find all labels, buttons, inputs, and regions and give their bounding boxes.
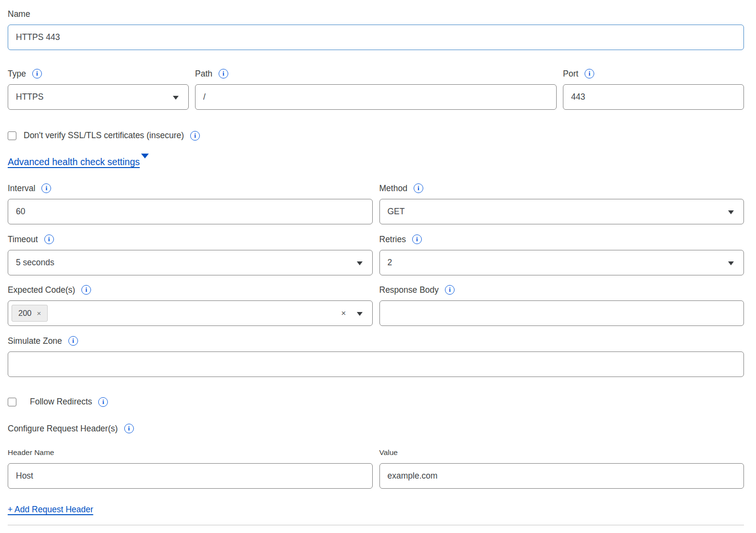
code-tag-value: 200 <box>18 309 32 318</box>
response-body-label: Response Body <box>379 284 439 296</box>
expected-codes-field: Expected Code(s) 200 × × <box>8 284 373 326</box>
ssl-verify-label: Don't verify SSL/TLS certificates (insec… <box>24 130 184 141</box>
header-name-field: Header Name <box>8 447 373 489</box>
response-body-field: Response Body <box>379 284 744 326</box>
name-input[interactable] <box>8 25 744 50</box>
interval-field: Interval <box>8 182 373 224</box>
code-tag: 200 × <box>12 305 48 322</box>
add-request-header-label: + Add Request Header <box>8 505 93 515</box>
method-select[interactable]: GET <box>379 199 744 224</box>
path-field: Path <box>195 68 557 110</box>
path-label: Path <box>195 68 212 79</box>
info-icon[interactable] <box>32 69 42 78</box>
timeout-select[interactable]: 5 seconds <box>8 250 373 275</box>
header-value-input[interactable] <box>379 463 744 489</box>
expected-codes-multiselect[interactable]: 200 × × <box>8 300 373 326</box>
section-divider <box>8 525 744 525</box>
type-path-port-row: Type HTTPS Path Port <box>8 68 744 110</box>
info-icon[interactable] <box>412 234 422 244</box>
chevron-down-icon <box>728 210 734 214</box>
path-input[interactable] <box>195 84 557 110</box>
interval-label: Interval <box>8 182 35 194</box>
type-field: Type HTTPS <box>8 68 189 110</box>
port-field: Port <box>563 68 744 110</box>
info-icon[interactable] <box>219 69 228 78</box>
interval-method-row: Interval Method GET <box>8 182 744 224</box>
type-select-value: HTTPS <box>16 92 43 102</box>
info-icon[interactable] <box>445 285 455 295</box>
timeout-retries-row: Timeout 5 seconds Retries 2 <box>8 234 744 275</box>
retries-label: Retries <box>379 234 406 245</box>
simulate-zone-input[interactable] <box>8 351 744 377</box>
name-field: Name <box>8 8 744 50</box>
info-icon[interactable] <box>98 397 108 407</box>
retries-field: Retries 2 <box>379 234 744 275</box>
info-icon[interactable] <box>190 131 200 141</box>
timeout-select-value: 5 seconds <box>16 258 54 268</box>
request-headers-title: Configure Request Header(s) <box>8 423 118 434</box>
info-icon[interactable] <box>81 285 91 295</box>
method-select-value: GET <box>388 207 405 217</box>
retries-select[interactable]: 2 <box>379 250 744 275</box>
info-icon[interactable] <box>41 183 51 193</box>
advanced-settings-toggle[interactable]: Advanced health check settings <box>8 156 140 168</box>
expected-codes-label: Expected Code(s) <box>8 284 75 296</box>
ssl-verify-checkbox[interactable] <box>8 131 16 140</box>
advanced-settings-label: Advanced health check settings <box>8 156 140 168</box>
info-icon[interactable] <box>68 336 78 346</box>
interval-input[interactable] <box>8 199 373 224</box>
header-name-input[interactable] <box>8 463 373 489</box>
chevron-down-icon <box>357 261 363 265</box>
port-input[interactable] <box>563 84 744 110</box>
follow-redirects-label: Follow Redirects <box>30 397 92 407</box>
request-headers-title-row: Configure Request Header(s) <box>8 423 744 434</box>
chevron-down-icon <box>173 96 179 100</box>
triangle-down-icon <box>141 154 149 167</box>
header-value-label: Value <box>379 447 744 458</box>
simulate-zone-field: Simulate Zone <box>8 335 744 377</box>
info-icon[interactable] <box>44 234 54 244</box>
header-value-field: Value <box>379 447 744 489</box>
info-icon[interactable] <box>124 424 134 433</box>
method-label: Method <box>379 182 407 194</box>
type-select[interactable]: HTTPS <box>8 84 189 110</box>
add-request-header-button[interactable]: + Add Request Header <box>8 505 93 515</box>
tag-remove-icon[interactable]: × <box>37 309 41 317</box>
follow-redirects-row: Follow Redirects <box>8 397 744 407</box>
ssl-verify-row: Don't verify SSL/TLS certificates (insec… <box>8 130 744 141</box>
port-label: Port <box>563 68 578 79</box>
retries-select-value: 2 <box>388 258 392 268</box>
info-icon[interactable] <box>414 183 423 193</box>
clear-all-icon[interactable]: × <box>341 309 346 318</box>
timeout-field: Timeout 5 seconds <box>8 234 373 275</box>
info-icon[interactable] <box>585 69 594 78</box>
codes-body-row: Expected Code(s) 200 × × Response Body <box>8 284 744 326</box>
method-field: Method GET <box>379 182 744 224</box>
simulate-zone-label: Simulate Zone <box>8 335 62 347</box>
chevron-down-icon <box>728 261 734 265</box>
timeout-label: Timeout <box>8 234 38 245</box>
follow-redirects-checkbox[interactable] <box>8 398 16 406</box>
type-label: Type <box>8 68 26 79</box>
chevron-down-icon[interactable] <box>357 312 363 316</box>
response-body-input[interactable] <box>379 300 744 326</box>
header-name-label: Header Name <box>8 447 373 458</box>
health-check-form: Name Type HTTPS Path Port <box>8 0 744 525</box>
header-row: Header Name Value <box>8 447 744 489</box>
name-label: Name <box>8 8 30 20</box>
